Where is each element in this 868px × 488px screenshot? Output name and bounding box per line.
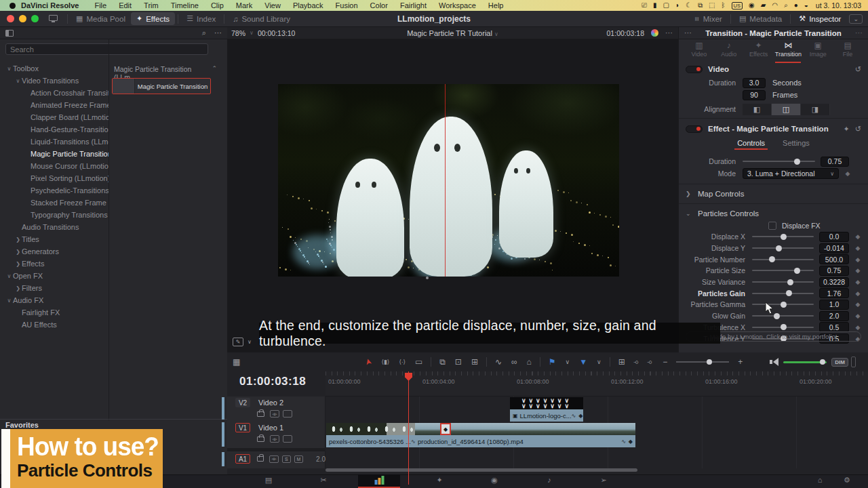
timeline-options-icon[interactable]: ▦	[233, 357, 240, 367]
map-controls-header[interactable]: ❯ Map Controls	[679, 187, 868, 201]
replace-clip-icon[interactable]: ⊞	[471, 357, 478, 367]
track-v1-enable-icon[interactable]	[283, 435, 292, 443]
stage-manager-icon[interactable]: ⧉	[698, 2, 703, 9]
color-wheel-icon[interactable]	[651, 29, 658, 37]
zoom-out-icon[interactable]: −	[663, 357, 667, 367]
page-deliver-button[interactable]: ➢	[600, 476, 606, 485]
tree-item-action-crosshair-transitions[interactable]: Action Crosshair Transitions	[0, 87, 108, 99]
param-keyframe-icon[interactable]: ◆	[854, 256, 861, 263]
menu-item-edit[interactable]: Edit	[119, 1, 132, 9]
tree-item-typography-transitions-llmot[interactable]: Typography Transitions (LLmot...	[0, 209, 108, 221]
param-value[interactable]: 0.0	[819, 232, 849, 242]
flag-icon[interactable]: ⚑	[549, 357, 556, 367]
param-slider-glow-gain[interactable]	[752, 311, 814, 321]
param-slider-turbulence-x[interactable]	[752, 323, 814, 332]
page-edit-button[interactable]	[374, 476, 384, 485]
mode-keyframe-icon[interactable]: ◆	[844, 170, 851, 177]
apple-menu-icon[interactable]	[9, 3, 16, 9]
duration-seconds-input[interactable]: 3.0	[743, 78, 766, 88]
spotlight-icon[interactable]: ⌕	[784, 2, 788, 9]
tree-item-effects[interactable]: ❯Effects	[0, 258, 108, 270]
battery-icon[interactable]: ▰	[761, 2, 766, 9]
zoom-window-button[interactable]	[31, 15, 39, 22]
tree-item-animated-freeze-frame-llmot[interactable]: Animated Freeze Frame (LLmot...	[0, 99, 108, 111]
inspector-button[interactable]: ⚒ Inspector	[793, 12, 846, 25]
viewer-options-icon[interactable]: ⋯	[665, 28, 673, 37]
inspector-tab-image[interactable]: ▣Image	[803, 41, 833, 62]
effects-options-icon[interactable]: ⋯	[214, 28, 222, 37]
play-circle-icon[interactable]: ◉	[749, 2, 755, 9]
tree-item-open-fx[interactable]: ∨Open FX	[0, 270, 108, 282]
param-slider-particle-number[interactable]	[752, 255, 814, 264]
trim-edit-tool-icon[interactable]: ⟨▮⟩	[381, 357, 389, 367]
index-button[interactable]: ☰ Index	[181, 12, 221, 25]
param-slider-displace-x[interactable]	[752, 232, 814, 241]
tree-item-filters[interactable]: ❯Filters	[0, 282, 108, 294]
param-slider-size-variance[interactable]	[752, 277, 814, 287]
timeline-scrollbar[interactable]	[326, 468, 637, 472]
zoom-in-icon[interactable]: +	[738, 357, 743, 367]
menu-item-playback[interactable]: Playback	[293, 1, 323, 9]
inspector-more-icon[interactable]: ⋯	[855, 28, 863, 37]
param-value[interactable]: 500.0	[819, 254, 849, 264]
screen-record-icon[interactable]: ⎚	[642, 2, 647, 9]
logo-clip[interactable]: ▣ LLmotion-logo-c... ∿ ◆	[510, 409, 583, 422]
transition-anchor-dot[interactable]	[426, 277, 429, 279]
tree-item-clapper-board-llmotion[interactable]: Clapper Board (LLmotion)	[0, 111, 108, 123]
transition-item-selected[interactable]: Magic Particle Transition	[112, 78, 211, 94]
param-keyframe-icon[interactable]: ◆	[854, 279, 861, 285]
track-v1-name[interactable]: Video 1	[258, 424, 283, 432]
menu-item-file[interactable]: File	[94, 1, 106, 9]
page-color-button[interactable]: ◉	[491, 476, 498, 485]
zoom-box-icon[interactable]: ⊞	[618, 357, 625, 367]
flag-dropdown-icon[interactable]: ∨	[566, 357, 570, 367]
video-enable-toggle[interactable]	[686, 66, 703, 73]
tree-item-psychedelic-transitions-v2[interactable]: Psychedelic-Transitions-v2	[0, 184, 108, 197]
inspector-tab-video[interactable]: ▥Video	[684, 41, 714, 62]
bluetooth-icon[interactable]: ᛒ	[722, 2, 726, 9]
effect-enable-toggle[interactable]	[686, 125, 703, 133]
inspector-tab-effects[interactable]: ✦Effects	[744, 41, 774, 62]
track-a1-mute-button[interactable]: M	[294, 455, 303, 463]
tree-item-audio-transitions[interactable]: Audio Transitions	[0, 221, 108, 233]
tree-item-fairlight-fx[interactable]: Fairlight FX	[0, 306, 108, 319]
displace-fx-checkbox[interactable]	[768, 222, 776, 230]
track-v2-chip[interactable]: V2	[235, 398, 250, 407]
page-media-button[interactable]: ▤	[265, 476, 272, 485]
close-window-button[interactable]	[7, 15, 14, 22]
param-value[interactable]: -0.014	[819, 243, 849, 253]
tree-item-video-transitions[interactable]: ∨Video Transitions	[0, 75, 108, 87]
page-cut-button[interactable]: ✂	[320, 476, 326, 485]
dim-button[interactable]: DIM	[831, 358, 848, 367]
param-keyframe-icon[interactable]: ◆	[854, 267, 861, 274]
param-slider-displace-y[interactable]	[752, 243, 814, 253]
app-menu[interactable]: DaVinci Resolve	[21, 1, 79, 9]
playhead[interactable]	[408, 371, 409, 485]
retime-icon[interactable]: ∿	[621, 439, 626, 445]
menu-item-mark[interactable]: Mark	[236, 1, 252, 9]
panel-toggle-icon[interactable]	[5, 30, 14, 37]
tree-item-magic-particle-transition-llmo[interactable]: Magic Particle Transition (LLmo...	[0, 148, 108, 160]
search-icon[interactable]: ⌕	[202, 28, 206, 37]
page-fusion-button[interactable]: ✦	[436, 476, 442, 485]
tree-item-titles[interactable]: ❯Titles	[0, 233, 108, 245]
logo-clip-thumbnail[interactable]: ∨∨∨∨∨∨∨∨∨∨∨∨∨∨	[510, 397, 583, 409]
param-value[interactable]: 0.3228	[819, 277, 849, 287]
retime-curve-icon[interactable]: ∿	[495, 357, 502, 367]
track-v2-lock-icon[interactable]	[257, 411, 264, 417]
marker-icon[interactable]: ▼	[579, 357, 587, 367]
timeline-zoom-slider[interactable]	[676, 361, 729, 363]
param-slider-particle-size[interactable]	[752, 266, 814, 275]
align-center-button[interactable]: ◫	[772, 104, 801, 115]
track-a1-chip[interactable]: A1	[235, 454, 250, 464]
track-a1-autoselect-icon[interactable]: ◃▹	[269, 455, 278, 463]
tree-item-hand-gesture-transitions-llm[interactable]: Hand-Gesture-Transitions(LLm...	[0, 123, 108, 136]
overwrite-clip-icon[interactable]: ⊡	[455, 357, 462, 367]
tree-item-liquid-transitions-llmotion[interactable]: Liquid-Transitions (LLmotion)	[0, 136, 108, 148]
tab-settings[interactable]: Settings	[783, 139, 810, 147]
search-input[interactable]	[5, 43, 208, 55]
pexels-clip[interactable]: pexels-cottonbro-5435326 ... ∿ ▶	[326, 435, 415, 447]
tree-item-stacked-freeze-frame-llmotio[interactable]: Stacked Freeze Frame (LLmotio...	[0, 197, 108, 209]
page-fairlight-button[interactable]: ♪	[547, 476, 551, 484]
param-value[interactable]: 1.0	[819, 300, 849, 310]
